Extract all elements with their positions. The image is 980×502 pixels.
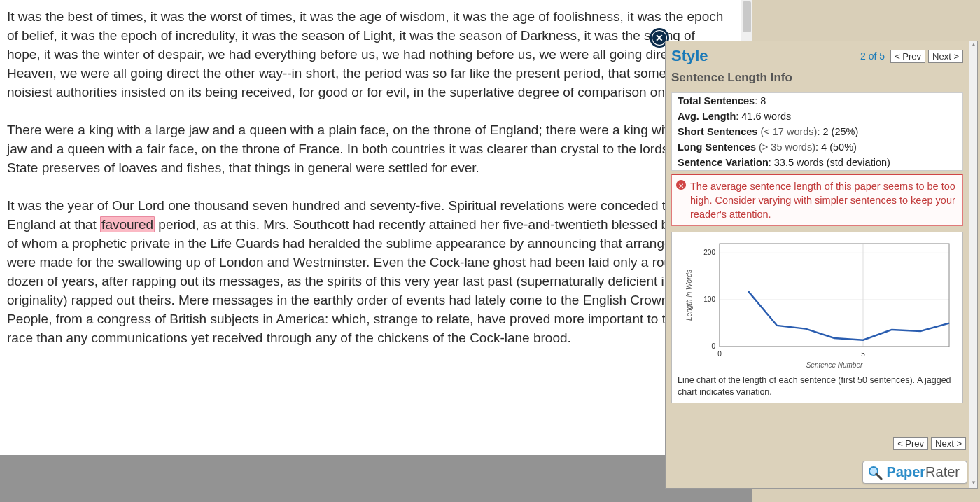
stats-box: Total Sentences: 8 Avg. Length: 41.6 wor…	[671, 92, 963, 171]
panel-scrollbar[interactable]: ▲ ▼	[969, 41, 977, 488]
para3-tail: period, as at this. Mrs. Southcott had r…	[7, 217, 724, 345]
panel-nav-top: 2 of 5 < Prev Next >	[860, 50, 963, 63]
stat-long: Long Sentences (> 35 words): 4 (50%)	[672, 139, 962, 155]
document-bottom-shade	[0, 455, 752, 502]
warning-text: The average sentence length of this pape…	[690, 181, 955, 220]
document-pane: It was the best of times, it was the wor…	[0, 0, 752, 455]
paragraph-1: It was the best of times, it was the wor…	[7, 7, 725, 102]
sentence-length-chart: 010020005Length in WordsSentence Number …	[671, 232, 963, 403]
stat-avg: Avg. Length: 41.6 words	[672, 109, 962, 124]
svg-line-14	[876, 474, 881, 479]
stat-variation: Sentence Variation: 33.5 words (std devi…	[672, 155, 962, 170]
chart-svg: 010020005Length in WordsSentence Number	[678, 235, 958, 372]
paragraph-2: There were a king with a large jaw and a…	[7, 120, 725, 177]
issue-counter: 2 of 5	[860, 50, 885, 62]
panel-title: Style	[671, 47, 708, 65]
close-icon: ✕	[652, 31, 666, 45]
next-button-top[interactable]: Next >	[928, 50, 963, 63]
warning-message: The average sentence length of this pape…	[671, 174, 963, 226]
svg-text:0: 0	[718, 350, 722, 358]
paragraph-3: It was the year of Our Lord one thousand…	[7, 196, 725, 347]
magnifier-icon	[867, 465, 883, 480]
svg-text:100: 100	[704, 295, 715, 303]
brand-text: PaperRater	[887, 464, 960, 480]
svg-text:0: 0	[711, 342, 715, 350]
next-button-bottom[interactable]: Next >	[931, 437, 966, 450]
svg-text:Length in Words: Length in Words	[685, 270, 693, 321]
panel-subhead: Sentence Length Info	[671, 71, 963, 88]
svg-text:5: 5	[861, 350, 865, 358]
panel-nav-bottom: < Prev Next >	[893, 437, 966, 450]
svg-text:Sentence Number: Sentence Number	[806, 361, 862, 369]
brand-badge[interactable]: PaperRater	[862, 461, 968, 484]
style-panel: ▲ ▼ Style 2 of 5 < Prev Next > Sentence …	[665, 41, 978, 489]
stat-total: Total Sentences: 8	[672, 93, 962, 109]
panel-scroll-down[interactable]: ▼	[970, 480, 977, 488]
scrollbar-thumb[interactable]	[743, 1, 751, 32]
panel-scroll-up[interactable]: ▲	[970, 41, 977, 50]
stat-short: Short Sentences (< 17 words): 2 (25%)	[672, 124, 962, 139]
prev-button-bottom[interactable]: < Prev	[893, 437, 928, 450]
chart-caption: Line chart of the length of each sentenc…	[675, 372, 960, 400]
svg-text:200: 200	[704, 249, 715, 256]
document-body[interactable]: It was the best of times, it was the wor…	[0, 0, 735, 373]
highlighted-word[interactable]: favoured	[100, 216, 155, 232]
prev-button-top[interactable]: < Prev	[890, 50, 925, 63]
